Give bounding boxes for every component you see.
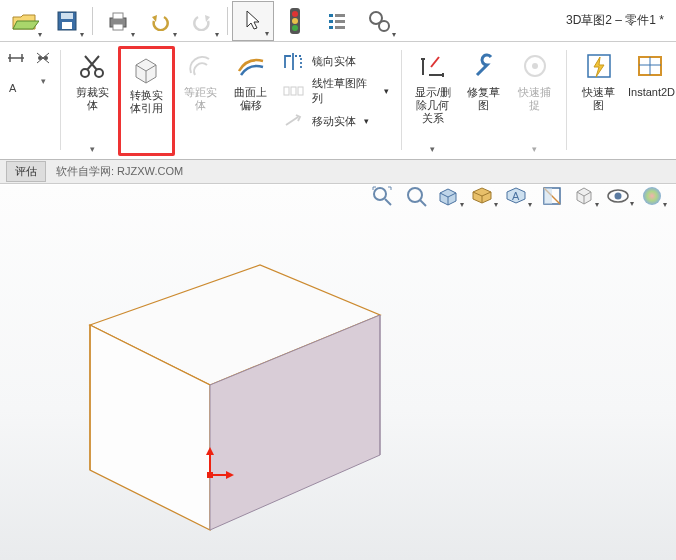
print-dropdown-icon[interactable]: ▾ xyxy=(131,30,135,39)
svg-text:A: A xyxy=(9,82,17,94)
svg-point-27 xyxy=(532,63,538,69)
svg-rect-23 xyxy=(284,87,289,95)
svg-rect-12 xyxy=(329,20,333,23)
display-relations-button[interactable]: 显示/删除几何关系 ▾ xyxy=(408,46,459,156)
hide-show-button[interactable]: A▾ xyxy=(504,182,532,210)
mirror-pattern-group: 镜向实体 线性草图阵列 ▾ 移动实体 ▾ xyxy=(276,46,394,136)
rapid-icon xyxy=(517,48,553,84)
mirror-entities-button[interactable]: 镜向实体 xyxy=(282,48,388,74)
svg-rect-39 xyxy=(207,472,213,478)
dropdown-icon: ▾ xyxy=(532,144,537,154)
document-title: 3D草图2 – 零件1 * xyxy=(566,12,664,29)
trim-a-icon[interactable] xyxy=(34,50,52,66)
open-dropdown-icon[interactable]: ▾ xyxy=(38,30,42,39)
svg-rect-5 xyxy=(113,24,123,30)
svg-point-17 xyxy=(379,21,389,31)
svg-point-40 xyxy=(374,188,386,200)
origin-marker xyxy=(200,445,240,485)
separator xyxy=(566,50,567,150)
save-button[interactable]: ▾ xyxy=(46,1,88,41)
section-view-button[interactable] xyxy=(538,182,566,210)
view-orient-button[interactable]: ▾ xyxy=(436,182,464,210)
rapid-label: 快速捕捉 xyxy=(513,86,556,112)
svg-rect-25 xyxy=(298,87,303,95)
svg-rect-15 xyxy=(335,26,345,29)
model-box[interactable] xyxy=(60,225,410,545)
svg-marker-38 xyxy=(226,471,234,479)
repair-sketch-button[interactable]: 修复草图 xyxy=(458,46,509,156)
rapid-sketch-button: 快速捕捉 ▾ xyxy=(509,46,560,156)
move-label: 移动实体 xyxy=(312,114,356,129)
panel-bar: 评估 软件自学网: RJZXW.COM xyxy=(0,160,676,184)
instant-icon xyxy=(632,48,668,84)
surface-offset-icon xyxy=(233,48,269,84)
select-dropdown-icon[interactable]: ▾ xyxy=(265,29,269,38)
options-dropdown-icon[interactable]: ▾ xyxy=(392,30,396,39)
trim-entities-button[interactable]: 剪裁实体 ▾ xyxy=(67,46,118,156)
wrench-icon xyxy=(466,48,502,84)
svg-rect-2 xyxy=(62,22,72,29)
svg-rect-10 xyxy=(329,14,333,17)
undo-dropdown-icon[interactable]: ▾ xyxy=(173,30,177,39)
mirror-label: 镜向实体 xyxy=(312,54,356,69)
appearance-button[interactable]: ▾ xyxy=(640,182,668,210)
render-cube-button[interactable]: ▾ xyxy=(572,182,600,210)
svg-rect-4 xyxy=(113,13,123,19)
move-entities-button: 移动实体 ▾ xyxy=(282,108,388,134)
site-label: 软件自学网: RJZXW.COM xyxy=(56,164,183,179)
options-button[interactable]: ▾ xyxy=(358,1,400,41)
offset-icon xyxy=(182,48,218,84)
dropdown-icon[interactable]: ▾ xyxy=(430,144,435,154)
undo-button[interactable]: ▾ xyxy=(139,1,181,41)
relation-icon xyxy=(415,48,451,84)
svg-rect-24 xyxy=(291,87,296,95)
quick-sketch-button[interactable]: 快速草图 xyxy=(573,46,624,156)
svg-line-41 xyxy=(385,199,391,205)
mirror-icon xyxy=(282,51,304,71)
save-dropdown-icon[interactable]: ▾ xyxy=(80,30,84,39)
dimension-small-icon[interactable] xyxy=(6,50,26,66)
dropdown-icon[interactable]: ▾ xyxy=(41,76,46,86)
visibility-button[interactable]: ▾ xyxy=(606,182,634,210)
svg-line-43 xyxy=(420,200,426,206)
instant2d-button[interactable]: Instant2D xyxy=(624,46,676,156)
separator xyxy=(227,7,228,35)
svg-rect-13 xyxy=(335,20,345,23)
list-view-button[interactable] xyxy=(316,1,358,41)
dropdown-icon[interactable]: ▾ xyxy=(90,144,95,154)
svg-rect-46 xyxy=(544,188,552,204)
offset-entities-button: 等距实体 xyxy=(175,46,226,156)
svg-point-48 xyxy=(615,193,622,200)
svg-rect-1 xyxy=(61,13,73,19)
surface-offset-label: 曲面上偏移 xyxy=(230,86,273,112)
svg-marker-36 xyxy=(206,447,214,455)
svg-text:A: A xyxy=(512,190,520,202)
redo-button[interactable]: ▾ xyxy=(181,1,223,41)
move-icon xyxy=(282,111,304,131)
svg-point-49 xyxy=(643,187,661,205)
evaluate-tab[interactable]: 评估 xyxy=(6,161,46,182)
traffic-light-icon[interactable] xyxy=(274,1,316,41)
print-button[interactable]: ▾ xyxy=(97,1,139,41)
convert-entities-button[interactable]: 转换实体引用 xyxy=(118,46,175,156)
sketch-ribbon: A ▾ 剪裁实体 ▾ 转换实体引用 等距实体 曲面上偏移 镜向实体 线性草图阵列… xyxy=(0,42,676,160)
linear-pattern-button: 线性草图阵列 ▾ xyxy=(282,78,388,104)
quick-access-toolbar: ▾ ▾ ▾ ▾ ▾ ▾ ▾ 3D草图2 – 零件1 * xyxy=(0,0,676,42)
convert-label: 转换实体引用 xyxy=(125,89,168,115)
surface-offset-button[interactable]: 曲面上偏移 xyxy=(226,46,277,156)
zoom-area-button[interactable] xyxy=(402,182,430,210)
select-tool-button[interactable]: ▾ xyxy=(232,1,274,41)
zoom-fit-button[interactable] xyxy=(368,182,396,210)
svg-point-42 xyxy=(408,188,422,202)
display-style-button[interactable]: ▾ xyxy=(470,182,498,210)
text-tool-icon[interactable]: A xyxy=(6,76,26,96)
instant-label: Instant2D xyxy=(628,86,672,99)
repair-label: 修复草图 xyxy=(462,86,505,112)
3d-viewport[interactable] xyxy=(0,185,676,560)
open-button[interactable]: ▾ xyxy=(4,1,46,41)
bolt-icon xyxy=(581,48,617,84)
separator xyxy=(92,7,93,35)
svg-point-9 xyxy=(292,25,298,31)
separator xyxy=(60,50,61,150)
redo-dropdown-icon[interactable]: ▾ xyxy=(215,30,219,39)
